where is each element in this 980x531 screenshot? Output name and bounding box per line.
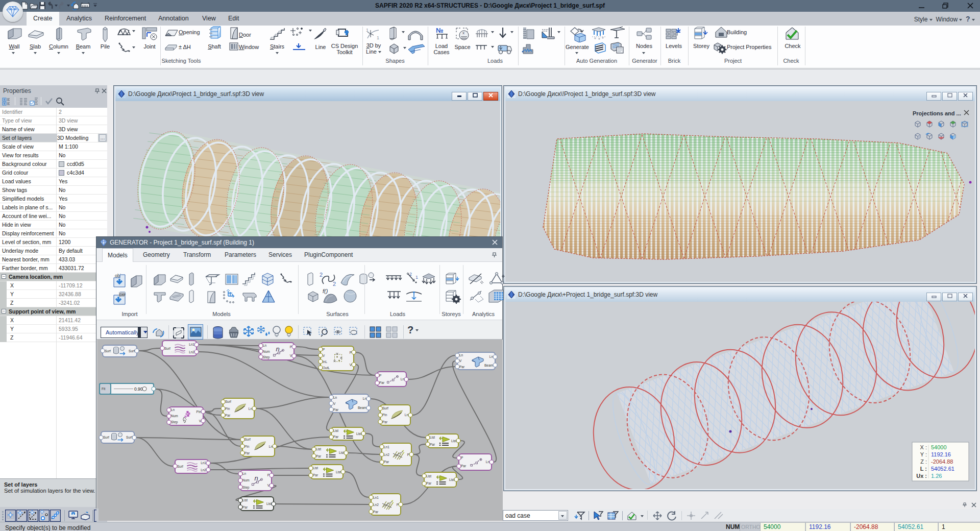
svg-text:1.26: 1.26 [931,473,942,479]
svg-text:OutL: OutL [323,366,330,370]
svg-text:0.90: 0.90 [134,387,143,392]
svg-text:V: V [350,363,352,367]
svg-text:Ln: Ln [242,472,247,475]
svg-text:P: P [290,345,292,349]
svg-text:Surf: Surf [382,406,388,410]
svg-text:Ln2: Ln2 [189,350,194,354]
svg-text:Pin: Pin [197,410,202,414]
svg-text:Ln: Ln [405,413,409,417]
svg-text:Num: Num [263,350,270,353]
svg-text:Ln: Ln [249,407,253,411]
svg-text:Par: Par [379,381,385,384]
svg-text:Ln: Ln [489,355,494,358]
svg-text:Ln: Ln [401,377,405,381]
svg-text:List: List [451,439,456,443]
svg-text:Par: Par [430,443,435,446]
svg-text:54000: 54000 [931,444,947,450]
svg-text:List: List [426,474,431,478]
svg-text:InL: InL [323,360,327,364]
svg-text:x: x [462,31,464,35]
svg-text:Ln2: Ln2 [201,468,206,472]
svg-text:2: 2 [333,281,336,287]
svg-text:Surf: Surf [244,438,251,441]
svg-text:1: 1 [366,28,369,33]
svg-text:-2064.88: -2064.88 [931,458,953,465]
svg-text:Par: Par [242,505,248,509]
svg-text:Par: Par [382,420,388,424]
svg-text:Step: Step [242,486,250,490]
svg-text:Pin: Pin [382,413,387,417]
svg-text:Par: Par [333,435,339,439]
svg-text:Ln: Ln [459,353,463,357]
svg-text:Ln: Ln [171,408,175,412]
svg-text:Surf: Surf [105,349,111,353]
svg-text:f(): f() [323,288,328,294]
svg-text:n: n [276,345,280,353]
svg-text:Par: Par [333,408,339,412]
svg-text:Ln: Ln [269,445,273,448]
svg-text:Par: Par [459,365,465,369]
svg-text:Z :: Z : [920,458,927,465]
svg-text:Par: Par [316,454,322,458]
svg-text:Ln1: Ln1 [373,496,379,499]
svg-text:Par: Par [313,473,318,477]
svg-text:P: P [350,351,352,354]
svg-text:Beam: Beam [358,406,366,409]
svg-text:Ln: Ln [263,344,267,347]
svg-text:List: List [430,436,435,439]
svg-text:Beam: Beam [484,364,493,367]
svg-text:Par: Par [461,464,467,468]
svg-text:Surf: Surf [177,465,183,468]
svg-text:Num: Num [242,478,250,482]
svg-text:V: V [267,484,270,487]
svg-text:№: № [436,27,444,34]
svg-text:V: V [333,402,336,405]
svg-text:Par: Par [244,451,250,455]
svg-text:Pin: Pin [225,407,230,411]
svg-text:P: P [397,503,399,506]
svg-text:1: 1 [415,275,418,280]
svg-text:Par: Par [384,460,389,464]
svg-text:Step: Step [263,355,270,359]
svg-text:P: P [461,456,463,460]
svg-text:Step: Step [171,420,178,424]
svg-text:List: List [333,429,338,432]
svg-text:List: List [356,432,361,436]
svg-text:List: List [266,502,272,505]
svg-text:List: List [339,451,344,454]
svg-text:1192.16: 1192.16 [931,451,951,457]
svg-text:Ux :: Ux : [916,473,927,479]
svg-text:Flt: Flt [102,387,105,391]
svg-text:List: List [336,470,341,474]
svg-text:54052.61: 54052.61 [931,466,954,472]
svg-text:V: V [290,354,292,357]
svg-text:2: 2 [320,272,323,278]
svg-text:Par: Par [225,414,231,417]
svg-text:Ln1: Ln1 [384,445,389,449]
svg-text:P: P [407,453,409,456]
svg-text:n: n [255,474,258,482]
svg-text:P: P [323,348,325,351]
svg-text:List: List [313,466,318,470]
svg-text:1: 1 [377,35,379,40]
svg-text:Surf: Surf [164,347,170,350]
svg-text:List: List [242,498,248,502]
svg-text:L :: L : [920,466,927,472]
svg-text:Pin: Pin [244,445,250,448]
svg-text:Ln1: Ln1 [201,461,206,465]
svg-text:Surf: Surf [103,436,109,439]
svg-text:Ln1: Ln1 [189,343,194,346]
svg-text:V: V [199,419,202,423]
svg-text:P: P [379,374,381,377]
svg-text:Projections and ...: Projections and ... [913,110,961,116]
svg-text:Num: Num [171,414,178,418]
svg-text:List: List [449,478,454,481]
svg-text:Par: Par [373,510,379,514]
svg-text:Ln: Ln [486,460,490,464]
svg-text:Surf: Surf [225,400,231,403]
svg-text:Par: Par [426,481,432,485]
svg-text:V: V [323,354,325,357]
svg-text:V: V [459,359,462,363]
svg-text:DXF: DXF [119,293,126,297]
svg-text:List: List [316,447,321,451]
